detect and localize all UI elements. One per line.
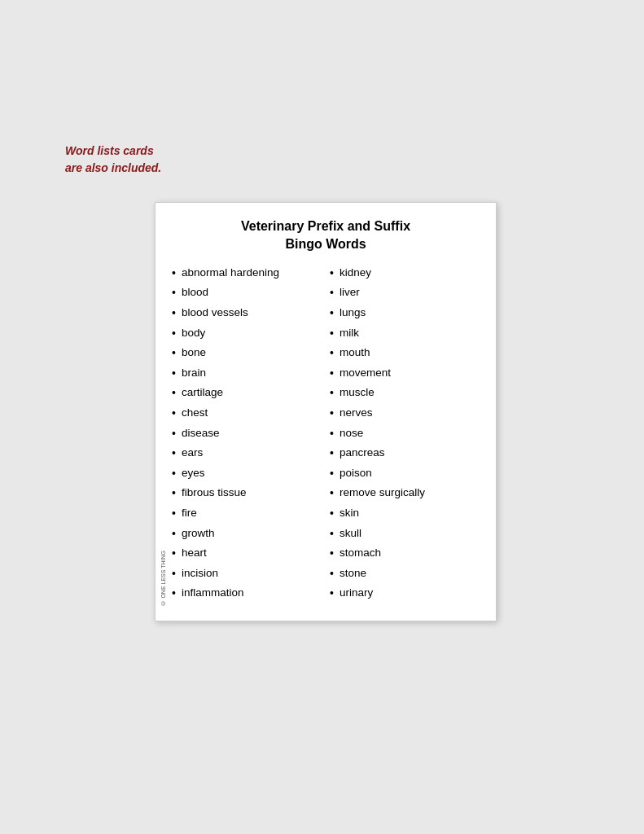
list-item: blood vessels [172,305,322,322]
list-item: fire [172,506,322,522]
list-item: body [172,326,322,342]
list-item: skull [330,526,480,542]
list-item: fibrous tissue [172,485,322,502]
list-item: stomach [330,546,480,562]
list-item: movement [330,366,480,382]
word-columns: abnormal hardeningbloodblood vesselsbody… [172,266,480,606]
list-item: poison [330,466,480,482]
copyright-text: © ONE LESS THING [160,551,166,606]
card-title: Veterinary Prefix and Suffix Bingo Words [172,217,480,254]
list-item: skin [330,506,480,522]
list-item: brain [172,366,322,382]
promo-line2: are also included. [65,160,161,177]
list-item: blood [172,285,322,301]
list-item: remove surgically [330,485,480,502]
list-item: growth [172,526,322,542]
list-item: eyes [172,466,322,482]
promo-line1: Word lists cards [65,143,161,160]
list-item: ears [172,446,322,462]
list-item: liver [330,285,480,301]
list-item: pancreas [330,446,480,462]
list-item: chest [172,406,322,422]
list-item: inflammation [172,586,322,602]
list-item: stone [330,566,480,582]
list-item: disease [172,426,322,442]
list-item: bone [172,345,322,362]
list-item: urinary [330,586,480,602]
list-item: cartilage [172,385,322,402]
promo-text: Word lists cards are also included. [65,143,161,177]
page-background: Word lists cards are also included. Vete… [0,0,644,834]
list-item: kidney [330,266,480,282]
list-item: abnormal hardening [172,266,322,282]
list-item: nose [330,426,480,442]
list-item: heart [172,546,322,562]
list-item: muscle [330,385,480,402]
left-column: abnormal hardeningbloodblood vesselsbody… [172,266,322,606]
bingo-word-card: Veterinary Prefix and Suffix Bingo Words… [155,202,497,621]
list-item: mouth [330,345,480,362]
list-item: incision [172,566,322,582]
list-item: milk [330,326,480,342]
list-item: nerves [330,406,480,422]
right-column: kidneyliverlungsmilkmouthmovementmusclen… [330,266,480,606]
list-item: lungs [330,305,480,322]
